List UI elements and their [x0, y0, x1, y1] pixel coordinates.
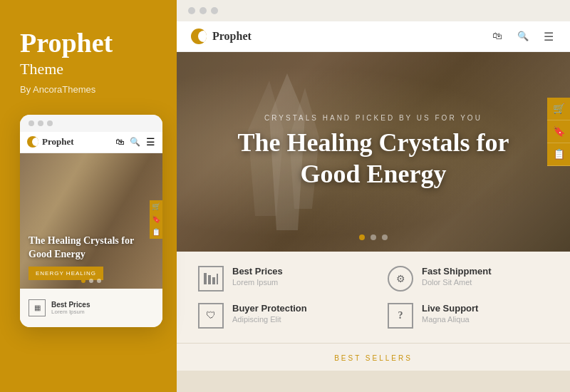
- svg-rect-3: [204, 273, 207, 284]
- desktop-hero-dot-1[interactable]: [359, 234, 365, 240]
- feature-support-sub: Magna Aliqua: [422, 315, 478, 324]
- mobile-dot-1: [28, 120, 34, 126]
- desktop-hero-dot-2[interactable]: [370, 234, 376, 240]
- desktop-hero: CRYSTALS HAND PICKED BY US FOR YOU The H…: [177, 52, 570, 252]
- mobile-menu-icon[interactable]: ☰: [146, 136, 155, 148]
- feature-fast-shipping: ⚙ Fast Shippment Dolor Sit Amet: [388, 266, 549, 292]
- feature-protection-text: Buyer Protection Adipiscing Elit: [232, 303, 307, 324]
- feature-icon-prices: [198, 266, 224, 292]
- best-sellers-label: BEST SELLERS: [334, 354, 413, 362]
- mobile-hero-content: The Healing Crystals for Good Energy ENE…: [28, 234, 154, 279]
- feature-shipping-sub: Dolor Sit Amet: [422, 278, 492, 287]
- desktop-topbar: [177, 0, 570, 21]
- feature-buyer-protection: 🛡 Buyer Protection Adipiscing Elit: [198, 303, 359, 329]
- feature-best-prices: Best Prices Lorem Ipsum: [198, 266, 359, 292]
- desktop-side-icons: 🛒 🔖 📋: [547, 98, 570, 166]
- mobile-bag-icon[interactable]: 🛍: [115, 137, 124, 148]
- desktop-dot-2: [200, 7, 207, 14]
- desktop-hero-dots: [359, 234, 388, 240]
- desktop-brand-name: Prophet: [212, 30, 252, 43]
- mobile-hero-title: The Healing Crystals for Good Energy: [28, 234, 154, 260]
- feature-support-text: Live Support Magna Aliqua: [422, 303, 478, 324]
- desktop-features: Best Prices Lorem Ipsum ⚙ Fast Shippment…: [177, 252, 570, 343]
- theme-name: Prophet: [20, 29, 113, 58]
- feature-icon-support: ?: [388, 303, 413, 329]
- feature-icon-protection: 🛡: [198, 303, 224, 329]
- svg-rect-4: [208, 275, 211, 284]
- mobile-dot-2: [38, 120, 43, 126]
- feature-shipping-title: Fast Shippment: [422, 266, 492, 277]
- desktop-moon-icon: [191, 29, 207, 44]
- desktop-search-icon[interactable]: [516, 29, 530, 43]
- feature-protection-sub: Adipiscing Elit: [232, 315, 307, 324]
- feature-prices-text: Best Prices Lorem Ipsum: [232, 266, 283, 287]
- desktop-hero-dot-3[interactable]: [382, 234, 388, 240]
- feature-shipping-text: Fast Shippment Dolor Sit Amet: [422, 266, 492, 287]
- moon-icon: [27, 136, 38, 148]
- svg-rect-6: [217, 274, 218, 284]
- mobile-side-icons: 🛒 🔖 📋: [150, 200, 162, 239]
- mobile-slide-dots: [81, 279, 101, 283]
- mobile-dot-3: [47, 120, 53, 126]
- mobile-side-icon-2[interactable]: 🔖: [150, 213, 162, 226]
- mobile-feature-title: Best Prices: [51, 301, 90, 309]
- desktop-nav-icons: [490, 29, 556, 43]
- mobile-features: ▦ Best Prices Lorem Ipsum: [20, 289, 162, 327]
- desktop-brand: Prophet: [191, 29, 252, 44]
- mobile-feature-icon: ▦: [28, 299, 46, 316]
- mobile-slide-dot-2[interactable]: [89, 279, 93, 283]
- desktop-navbar: Prophet: [177, 21, 570, 52]
- desktop-side-icon-bookmark[interactable]: 🔖: [547, 120, 570, 143]
- mobile-search-icon[interactable]: 🔍: [130, 137, 140, 148]
- desktop-hero-title: The Healing Crystals for Good Energy: [231, 128, 516, 189]
- desktop-side-icon-list[interactable]: 📋: [547, 143, 570, 166]
- feature-protection-title: Buyer Protection: [232, 303, 307, 314]
- svg-rect-5: [212, 277, 215, 284]
- feature-prices-sub: Lorem Ipsum: [232, 278, 283, 287]
- mobile-brand-name: Prophet: [42, 136, 74, 148]
- feature-support-title: Live Support: [422, 303, 478, 314]
- desktop-side-icon-cart[interactable]: 🛒: [547, 98, 570, 120]
- desktop-best-sellers: BEST SELLERS: [177, 343, 570, 371]
- desktop-hero-small-text: CRYSTALS HAND PICKED BY US FOR YOU: [231, 114, 516, 122]
- mobile-hero: The Healing Crystals for Good Energy ENE…: [20, 153, 162, 289]
- desktop-menu-icon[interactable]: [542, 29, 556, 43]
- mobile-feature-text: Best Prices Lorem Ipsum: [51, 301, 90, 315]
- desktop-dot-1: [188, 7, 195, 14]
- left-panel: Prophet Theme By AncoraThemes Prophet 🛍 …: [0, 0, 177, 392]
- mobile-side-icon-1[interactable]: 🛒: [150, 200, 162, 213]
- feature-icon-shipping: ⚙: [388, 266, 413, 292]
- desktop-dot-3: [211, 7, 218, 14]
- mobile-nav-icons: 🛍 🔍 ☰: [115, 136, 155, 148]
- desktop-bag-icon[interactable]: [490, 29, 504, 43]
- mobile-side-icon-3[interactable]: 📋: [150, 226, 162, 239]
- theme-word: Theme: [20, 60, 63, 78]
- theme-author: By AncoraThemes: [20, 84, 95, 95]
- right-panel: Prophet CRYSTALS HAND PICKED BY US FOR Y…: [177, 0, 570, 392]
- feature-prices-title: Best Prices: [232, 266, 283, 277]
- mobile-brand: Prophet: [27, 136, 74, 148]
- feature-live-support: ? Live Support Magna Aliqua: [388, 303, 549, 329]
- mobile-mockup: Prophet 🛍 🔍 ☰ The Healing Crystals for G…: [20, 115, 162, 327]
- mobile-feature-item: ▦ Best Prices Lorem Ipsum: [28, 296, 154, 320]
- mobile-slide-dot-3[interactable]: [97, 279, 101, 283]
- desktop-hero-content: CRYSTALS HAND PICKED BY US FOR YOU The H…: [231, 114, 516, 189]
- mobile-navbar: Prophet 🛍 🔍 ☰: [20, 132, 162, 153]
- desktop-mockup: Prophet CRYSTALS HAND PICKED BY US FOR Y…: [177, 0, 570, 392]
- mobile-feature-sub: Lorem Ipsum: [51, 309, 90, 315]
- mobile-topbar: [20, 115, 162, 132]
- mobile-slide-dot-1[interactable]: [81, 279, 86, 283]
